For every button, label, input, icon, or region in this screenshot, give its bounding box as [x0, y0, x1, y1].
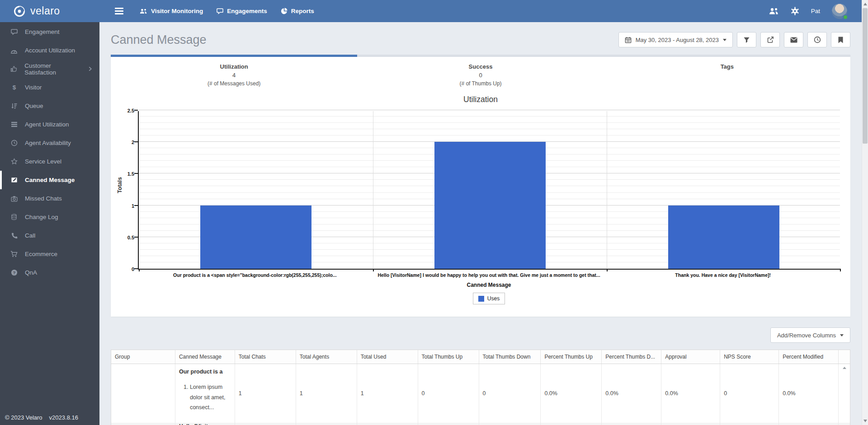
- hamburger-menu-icon[interactable]: [115, 8, 123, 14]
- bar-chart-plot: Totals 00.511.522.5: [138, 111, 840, 270]
- table-scrollbar-up-arrow-icon[interactable]: [843, 367, 846, 369]
- column-header-percent-modified[interactable]: Percent Modified: [779, 350, 839, 364]
- sidebar-item-missed-chats[interactable]: Missed Chats: [0, 189, 99, 208]
- comment-icon: [217, 8, 223, 14]
- user-name[interactable]: Pat: [811, 8, 820, 14]
- column-header-total-agents[interactable]: Total Agents: [296, 350, 357, 364]
- x-tick-mark: [139, 269, 140, 271]
- y-tick-mark: [134, 141, 138, 142]
- column-header-canned-message[interactable]: Canned Message: [175, 350, 235, 364]
- page-scrollbar[interactable]: [862, 0, 868, 425]
- sidebar-item-visitor[interactable]: $Visitor: [0, 78, 99, 97]
- metric-tab-success[interactable]: Success0(# of Thumbs Up): [357, 63, 604, 87]
- cell-canned-message: Our product is aLorem ipsum dolor sit am…: [175, 364, 235, 423]
- cell-value: [541, 423, 602, 425]
- comment-icon: [10, 28, 18, 35]
- column-header-group[interactable]: Group: [111, 350, 175, 364]
- cell-value: 0: [418, 364, 479, 423]
- canned-message-table: GroupCanned MessageTotal ChatsTotal Agen…: [111, 350, 850, 425]
- x-tick-mark: [840, 269, 841, 271]
- filter-button[interactable]: [737, 32, 756, 47]
- question-icon: ?: [10, 269, 18, 276]
- metric-tab-utilization[interactable]: Utilization4(# of Messages Used): [111, 63, 357, 87]
- column-header-total-thumbs-down[interactable]: Total Thumbs Down: [479, 350, 541, 364]
- x-category-label: Thank you. Have a nice day [VisitorName]…: [606, 272, 840, 278]
- column-header-percent-thumbs-up[interactable]: Percent Thumbs Up: [541, 350, 602, 364]
- column-header-total-used[interactable]: Total Used: [357, 350, 418, 364]
- sidebar-item-agent-utilization[interactable]: Agent Utilization: [0, 115, 99, 134]
- edit-icon: [10, 177, 18, 183]
- y-tick-mark: [134, 110, 138, 111]
- sidebar-item-call[interactable]: Call: [0, 226, 99, 245]
- add-remove-columns-button[interactable]: Add/Remove Columns: [770, 327, 850, 343]
- x-category-label: Our product is a <span style="background…: [138, 272, 372, 278]
- user-avatar[interactable]: [832, 4, 847, 19]
- settings-gear-icon[interactable]: [791, 7, 799, 15]
- bookmark-button[interactable]: [831, 32, 850, 47]
- scrollbar-up-arrow-icon[interactable]: [863, 3, 867, 5]
- cell-value: [720, 423, 779, 425]
- thumbs-up-icon: [10, 65, 18, 72]
- copyright-text: © 2023 Velaro: [5, 414, 42, 421]
- velaro-brand[interactable]: velaro: [0, 5, 99, 17]
- x-tick-mark: [373, 269, 374, 271]
- calendar-icon: [625, 37, 632, 43]
- cell-value: [839, 423, 850, 425]
- sidebar-item-account-utilization[interactable]: Account Utilization: [0, 41, 99, 60]
- tab-indicator-segment: [357, 55, 604, 57]
- cart-icon: [10, 251, 18, 257]
- metric-tab-tags[interactable]: Tags: [604, 63, 850, 87]
- sidebar-item-service-level[interactable]: Service Level: [0, 152, 99, 171]
- cell-value: [779, 423, 839, 425]
- email-button[interactable]: [784, 32, 803, 47]
- nav-item-engagements[interactable]: Engagements: [217, 8, 267, 14]
- cell-group: [111, 423, 175, 425]
- sidebar-item-engagement[interactable]: Engagement: [0, 23, 99, 41]
- cell-group: [111, 364, 175, 423]
- sidebar-item-canned-message[interactable]: Canned Message: [0, 171, 99, 189]
- sidebar-item-ecommerce[interactable]: Ecommerce: [0, 245, 99, 263]
- sidebar-item-customer-satisfaction[interactable]: Customer Satisfaction: [0, 60, 99, 78]
- nav-item-visitor-monitoring[interactable]: Visitor Monitoring: [140, 8, 203, 14]
- cell-value: [235, 423, 296, 425]
- dollar-icon: $: [10, 84, 18, 91]
- nav-item-reports[interactable]: Reports: [281, 8, 314, 14]
- metric-sublabel: (# of Thumbs Up): [357, 80, 604, 87]
- scrollbar-down-arrow-icon[interactable]: [863, 420, 867, 422]
- sidebar-item-label: Change Log: [25, 214, 58, 220]
- table-toolbar: Add/Remove Columns: [111, 327, 850, 343]
- legend-box: Uses: [473, 293, 505, 304]
- sidebar-item-agent-availability[interactable]: Agent Availability: [0, 134, 99, 152]
- table-inner-scrollbar[interactable]: [839, 364, 850, 423]
- metric-value: 0: [357, 72, 604, 79]
- agents-group-icon[interactable]: [769, 7, 779, 15]
- clock-icon: [10, 140, 18, 146]
- chevron-right-icon: [88, 66, 92, 71]
- column-header-total-chats[interactable]: Total Chats: [235, 350, 296, 364]
- column-header-approval[interactable]: Approval: [661, 350, 720, 364]
- chart-title: Utilization: [111, 95, 850, 104]
- cell-value: [661, 423, 720, 425]
- column-header-total-thumbs-up[interactable]: Total Thumbs Up: [418, 350, 479, 364]
- sidebar-item-qna[interactable]: ?QnA: [0, 263, 99, 282]
- sidebar-item-queue[interactable]: Queue: [0, 97, 99, 115]
- table-row-partial: Hello [Visitor Name] I...: [111, 423, 850, 425]
- schedule-history-button[interactable]: [807, 32, 827, 47]
- tab-indicator: [111, 55, 850, 57]
- sidebar-item-change-log[interactable]: Change Log: [0, 208, 99, 226]
- column-header-nps-score[interactable]: NPS Score: [720, 350, 779, 364]
- column-header-percent-thumbs-d-[interactable]: Percent Thumbs D...: [602, 350, 661, 364]
- date-range-button[interactable]: May 30, 2023 - August 28, 2023: [618, 32, 733, 47]
- sidebar-item-label: Visitor: [25, 84, 42, 91]
- report-controls: May 30, 2023 - August 28, 2023: [618, 32, 850, 47]
- sort-icon: [10, 103, 18, 109]
- pie-chart-icon: [281, 8, 288, 14]
- export-share-button[interactable]: [760, 32, 780, 47]
- main-content: Canned Message May 30, 2023 - August 28,…: [99, 22, 862, 425]
- cell-value: [479, 423, 541, 425]
- chart-bar: [434, 142, 546, 269]
- metric-label: Success: [357, 63, 604, 70]
- chart-x-tick-labels: Our product is a <span style="background…: [138, 272, 840, 278]
- scrollbar-thumb[interactable]: [863, 8, 868, 144]
- canned-message-list-item: Lorem ipsum dolor sit amet, consect...: [190, 382, 231, 413]
